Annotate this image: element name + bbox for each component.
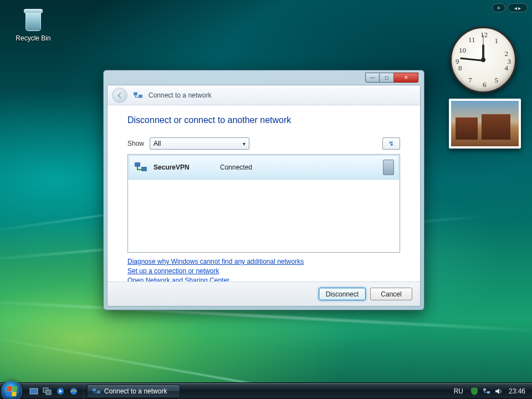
show-desktop-button[interactable] — [28, 385, 40, 397]
connection-icon — [134, 160, 148, 175]
network-name: SecureVPN — [154, 163, 214, 171]
network-list: SecureVPN Connected — [127, 154, 400, 253]
volume-tray-icon[interactable] — [494, 387, 503, 396]
taskbar-app-button[interactable]: Connect to a network — [87, 385, 180, 398]
setup-connection-link[interactable]: Set up a connection or network — [127, 267, 219, 276]
show-dropdown[interactable]: All — [150, 137, 249, 150]
security-tray-icon[interactable] — [470, 387, 479, 396]
ie-button[interactable] — [68, 385, 80, 397]
taskbar-app-label: Connect to a network — [104, 387, 167, 395]
recycle-bin[interactable]: Recycle Bin — [11, 4, 55, 42]
media-player-button[interactable] — [54, 385, 66, 397]
svg-rect-0 — [134, 92, 137, 95]
network-tray-icon[interactable] — [482, 387, 491, 396]
refresh-button[interactable]: ↯ — [382, 137, 400, 150]
maximize-button[interactable]: ◻ — [380, 73, 394, 83]
network-icon — [92, 387, 101, 396]
switch-windows-button[interactable] — [41, 385, 53, 397]
recycle-bin-label: Recycle Bin — [11, 34, 55, 42]
close-button[interactable]: ✕ — [394, 73, 418, 83]
windows-logo-icon — [6, 386, 17, 396]
cancel-button[interactable]: Cancel — [370, 288, 412, 300]
connect-network-window: — ◻ ✕ Connect to a network Disconnect or… — [103, 70, 424, 310]
dialog-header: Connect to a network — [108, 85, 420, 105]
quick-launch — [24, 383, 84, 399]
minimize-button[interactable]: — — [365, 73, 380, 83]
svg-rect-11 — [483, 388, 486, 391]
system-tray: RU 23:46 — [446, 383, 532, 399]
dialog-heading: Disconnect or connect to another network — [127, 115, 400, 125]
clock-face: 12 1 2 3 4 5 6 7 8 9 10 11 — [450, 27, 516, 93]
window-controls: — ◻ ✕ — [365, 73, 418, 83]
back-button[interactable] — [112, 88, 127, 103]
network-row[interactable]: SecureVPN Connected — [129, 155, 399, 180]
svg-rect-6 — [46, 390, 51, 395]
sidebar-controls: + ◂ ▸ — [492, 3, 528, 12]
sidebar-nav-buttons[interactable]: ◂ ▸ — [508, 3, 528, 12]
svg-rect-2 — [135, 162, 140, 167]
language-indicator[interactable]: RU — [451, 387, 467, 395]
disconnect-button[interactable]: Disconnect — [319, 288, 366, 300]
refresh-icon: ↯ — [388, 140, 394, 147]
diagnose-link[interactable]: Diagnose why Windows cannot find any add… — [127, 257, 304, 267]
taskbar: Connect to a network RU 23:46 — [0, 382, 532, 399]
network-icon — [133, 90, 143, 100]
clock-gadget[interactable]: 12 1 2 3 4 5 6 7 8 9 10 11 — [450, 27, 516, 93]
dialog-footer: Disconnect Cancel — [108, 282, 420, 306]
recycle-bin-icon — [20, 4, 47, 33]
slideshow-gadget[interactable] — [449, 99, 521, 149]
taskbar-clock[interactable]: 23:46 — [507, 387, 528, 395]
dialog-title: Connect to a network — [149, 91, 211, 99]
svg-rect-4 — [30, 388, 38, 394]
network-status: Connected — [220, 163, 252, 171]
show-label: Show — [127, 140, 144, 147]
sidebar-add-button[interactable]: + — [492, 3, 505, 12]
show-dropdown-value: All — [154, 140, 161, 147]
svg-rect-9 — [93, 388, 96, 391]
server-icon — [383, 160, 394, 175]
start-button[interactable] — [1, 381, 22, 400]
